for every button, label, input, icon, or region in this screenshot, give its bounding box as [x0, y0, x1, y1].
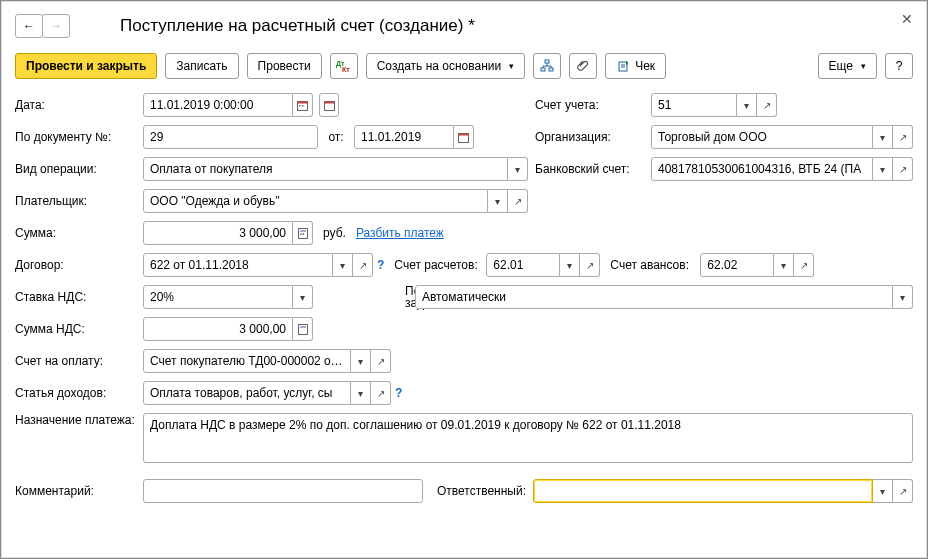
svg-rect-2	[545, 60, 549, 63]
split-payment-link[interactable]: Разбить платеж	[356, 226, 444, 240]
amount-input[interactable]: 3 000,00	[143, 221, 293, 245]
comment-input[interactable]	[143, 479, 423, 503]
purpose-input[interactable]	[143, 413, 913, 463]
account-input[interactable]: 51	[651, 93, 737, 117]
date-label: Дата:	[15, 98, 143, 112]
vatamount-calc[interactable]	[293, 317, 313, 341]
structure-icon	[540, 59, 554, 73]
svg-rect-7	[298, 101, 308, 103]
settle-input[interactable]: 62.01	[486, 253, 560, 277]
attach-button[interactable]	[569, 53, 597, 79]
svg-rect-9	[302, 105, 304, 107]
settle-open[interactable]: ↗	[580, 253, 600, 277]
bankacc-label: Банковский счет:	[535, 162, 651, 176]
paperclip-icon	[576, 59, 590, 73]
create-based-button[interactable]: Создать на основании	[366, 53, 526, 79]
advance-open[interactable]: ↗	[794, 253, 814, 277]
date-extra-button[interactable]	[319, 93, 339, 117]
settle-dropdown[interactable]: ▾	[560, 253, 580, 277]
more-button[interactable]: Еще	[818, 53, 877, 79]
vatrate-input[interactable]: 20%	[143, 285, 293, 309]
advance-input[interactable]: 62.02	[700, 253, 774, 277]
payer-open[interactable]: ↗	[508, 189, 528, 213]
main-window: ← → Поступление на расчетный счет (созда…	[0, 0, 928, 559]
svg-rect-16	[300, 233, 302, 235]
advance-dropdown[interactable]: ▾	[774, 253, 794, 277]
optype-dropdown[interactable]: ▾	[508, 157, 528, 181]
calculator-icon	[298, 324, 308, 335]
purpose-label: Назначение платежа:	[15, 413, 143, 427]
settle-label: Счет расчетов:	[384, 258, 486, 272]
bankacc-input[interactable]: 40817810530061004316, ВТБ 24 (ПА	[651, 157, 873, 181]
payer-label: Плательщик:	[15, 194, 143, 208]
post-and-close-button[interactable]: Провести и закрыть	[15, 53, 157, 79]
forward-button[interactable]: →	[42, 14, 70, 38]
svg-rect-4	[549, 68, 553, 71]
contract-open[interactable]: ↗	[353, 253, 373, 277]
docno-label: По документу №:	[15, 130, 143, 144]
vatamount-label: Сумма НДС:	[15, 322, 143, 336]
responsible-open[interactable]: ↗	[893, 479, 913, 503]
svg-rect-13	[459, 133, 469, 135]
income-help[interactable]: ?	[395, 386, 402, 400]
vatamount-input[interactable]: 3 000,00	[143, 317, 293, 341]
back-button[interactable]: ←	[15, 14, 43, 38]
amount-calc[interactable]	[293, 221, 313, 245]
amount-label: Сумма:	[15, 226, 143, 240]
account-open[interactable]: ↗	[757, 93, 777, 117]
org-dropdown[interactable]: ▾	[873, 125, 893, 149]
dtkt-icon: ДтКт	[336, 59, 352, 73]
invoice-label: Счет на оплату:	[15, 354, 143, 368]
post-button[interactable]: Провести	[247, 53, 322, 79]
contract-input[interactable]: 622 от 01.11.2018	[143, 253, 333, 277]
income-dropdown[interactable]: ▾	[351, 381, 371, 405]
structure-button[interactable]	[533, 53, 561, 79]
date-input[interactable]: 11.01.2019 0:00:00	[143, 93, 293, 117]
calendar-icon	[297, 100, 308, 111]
income-label: Статья доходов:	[15, 386, 143, 400]
help-button[interactable]: ?	[885, 53, 913, 79]
optype-input[interactable]: Оплата от покупателя	[143, 157, 508, 181]
invoice-dropdown[interactable]: ▾	[351, 349, 371, 373]
bankacc-open[interactable]: ↗	[893, 157, 913, 181]
svg-rect-3	[541, 68, 545, 71]
dtkt-button[interactable]: ДтКт	[330, 53, 358, 79]
responsible-dropdown[interactable]: ▾	[873, 479, 893, 503]
titlebar: ← → Поступление на расчетный счет (созда…	[15, 11, 913, 41]
vatrate-dropdown[interactable]: ▾	[293, 285, 313, 309]
date-picker-button[interactable]	[293, 93, 313, 117]
docdate-picker[interactable]	[454, 125, 474, 149]
contract-help[interactable]: ?	[377, 258, 384, 272]
income-open[interactable]: ↗	[371, 381, 391, 405]
calendar-icon	[458, 132, 469, 143]
payer-input[interactable]: ООО "Одежда и обувь"	[143, 189, 488, 213]
income-input[interactable]: Оплата товаров, работ, услуг, сы	[143, 381, 351, 405]
page-title: Поступление на расчетный счет (создание)…	[120, 16, 475, 36]
calculator-icon	[298, 228, 308, 239]
svg-rect-15	[300, 230, 306, 232]
check-button[interactable]: Чек	[605, 53, 666, 79]
docdate-input[interactable]: 11.01.2019	[354, 125, 454, 149]
svg-rect-8	[299, 105, 301, 107]
optype-label: Вид операции:	[15, 162, 143, 176]
account-dropdown[interactable]: ▾	[737, 93, 757, 117]
payer-dropdown[interactable]: ▾	[488, 189, 508, 213]
debt-label: Погашение задолженности:	[313, 285, 415, 309]
contract-dropdown[interactable]: ▾	[333, 253, 353, 277]
invoice-open[interactable]: ↗	[371, 349, 391, 373]
contract-label: Договор:	[15, 258, 143, 272]
account-label: Счет учета:	[535, 98, 651, 112]
debt-dropdown[interactable]: ▾	[893, 285, 913, 309]
bankacc-dropdown[interactable]: ▾	[873, 157, 893, 181]
advance-label: Счет авансов:	[600, 258, 700, 272]
invoice-input[interactable]: Счет покупателю ТД00-000002 от 1	[143, 349, 351, 373]
svg-text:Кт: Кт	[342, 66, 350, 73]
close-icon[interactable]: ✕	[901, 11, 913, 27]
org-input[interactable]: Торговый дом ООО	[651, 125, 873, 149]
debt-input[interactable]: Автоматически	[415, 285, 893, 309]
responsible-input[interactable]	[533, 479, 873, 503]
docno-input[interactable]: 29	[143, 125, 318, 149]
org-open[interactable]: ↗	[893, 125, 913, 149]
toolbar: Провести и закрыть Записать Провести ДтК…	[15, 53, 913, 79]
write-button[interactable]: Записать	[165, 53, 238, 79]
